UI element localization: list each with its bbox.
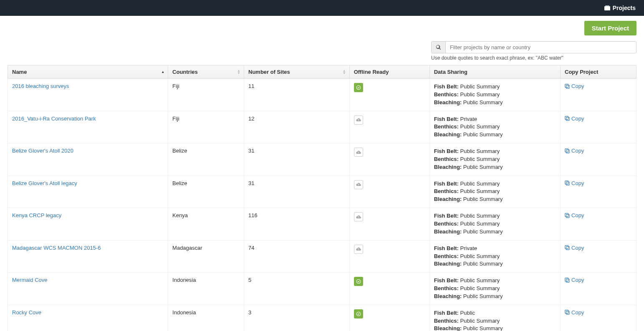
copy-icon (565, 84, 570, 89)
copy-label: Copy (571, 212, 584, 218)
offline-ready-off-badge[interactable] (354, 245, 363, 254)
bleaching-label: Bleaching: (434, 228, 462, 235)
offline-ready-on-badge[interactable] (354, 309, 363, 318)
fish-belt-label: Fish Belt: (434, 213, 459, 219)
bleaching-value: Public Summary (463, 164, 503, 170)
svg-rect-10 (565, 181, 568, 184)
copy-icon (565, 213, 570, 218)
nav-projects[interactable]: Projects (604, 5, 636, 11)
table-row: Mermaid CoveIndonesia5Fish Belt: Public … (8, 273, 636, 305)
table-row: 2016 bleaching surveysFiji11Fish Belt: P… (8, 79, 636, 111)
copy-project-link[interactable]: Copy (565, 277, 584, 283)
bleaching-value: Public Summary (463, 228, 503, 235)
table-row: Belize Glover's Atoll legacyBelize31Fish… (8, 176, 636, 208)
col-header-sites[interactable]: Number of Sites ▲▼ (244, 65, 350, 79)
benthics-value: Public Summary (460, 221, 500, 227)
svg-rect-7 (566, 150, 569, 153)
fish-belt-label: Fish Belt: (434, 181, 459, 187)
benthics-label: Benthics: (434, 221, 459, 227)
cell-sites: 31 (244, 176, 350, 208)
copy-label: Copy (571, 180, 584, 186)
table-row: Kenya CRCP legacyKenya116Fish Belt: Publ… (8, 208, 636, 241)
search-hint: Use double quotes to search exact phrase… (431, 55, 636, 61)
copy-project-link[interactable]: Copy (565, 309, 584, 316)
project-link[interactable]: Rocky Cove (12, 309, 41, 316)
start-project-button[interactable]: Start Project (584, 21, 636, 35)
copy-project-link[interactable]: Copy (565, 148, 584, 154)
svg-rect-19 (566, 311, 569, 315)
search-input[interactable] (446, 42, 636, 53)
col-header-countries[interactable]: Countries ▲▼ (168, 65, 244, 79)
cell-data-sharing: Fish Belt: Public SummaryBenthics: Publi… (429, 208, 560, 241)
bleaching-value: Public Summary (463, 293, 503, 299)
copy-project-link[interactable]: Copy (565, 245, 584, 251)
bleaching-label: Bleaching: (434, 164, 462, 170)
project-link[interactable]: Kenya CRCP legacy (12, 212, 61, 218)
benthics-value: Public Summary (460, 188, 500, 194)
bleaching-value: Public Summary (463, 196, 503, 202)
copy-label: Copy (571, 83, 584, 89)
cards-icon (604, 5, 610, 10)
cell-sites: 12 (244, 111, 350, 143)
copy-project-link[interactable]: Copy (565, 115, 584, 122)
copy-project-link[interactable]: Copy (565, 180, 584, 186)
cell-sites: 31 (244, 143, 350, 176)
bleaching-value: Public Summary (463, 99, 503, 105)
offline-ready-on-badge[interactable] (354, 277, 363, 286)
bleaching-label: Bleaching: (434, 325, 462, 331)
copy-project-link[interactable]: Copy (565, 212, 584, 218)
fish-belt-value: Public Summary (460, 148, 500, 154)
offline-ready-on-badge[interactable] (354, 83, 363, 92)
offline-ready-off-badge[interactable] (354, 148, 363, 157)
svg-rect-14 (565, 246, 568, 249)
cell-sites: 116 (244, 208, 350, 241)
project-link[interactable]: 2016_Vatu-i-Ra Conservation Park (12, 115, 96, 122)
fish-belt-label: Fish Belt: (434, 310, 459, 316)
offline-ready-off-badge[interactable] (354, 212, 363, 221)
fish-belt-label: Fish Belt: (434, 83, 459, 90)
cloud-download-icon (356, 247, 361, 251)
copy-project-link[interactable]: Copy (565, 83, 584, 89)
table-row: Belize Glover's Atoll 2020Belize31Fish B… (8, 143, 636, 176)
col-header-offline[interactable]: Offline Ready (349, 65, 429, 79)
svg-rect-8 (565, 148, 568, 152)
offline-ready-off-badge[interactable] (354, 180, 363, 189)
cell-data-sharing: Fish Belt: Public SummaryBenthics: Publi… (429, 79, 560, 111)
actions-row: Start Project (8, 21, 636, 35)
svg-rect-16 (566, 279, 569, 282)
projects-table: Name ▲ Countries ▲▼ Number of Sites ▲▼ O… (8, 65, 636, 331)
filter-row: Use double quotes to search exact phrase… (8, 41, 636, 61)
fish-belt-value: Private (460, 116, 477, 122)
fish-belt-label: Fish Belt: (434, 148, 459, 154)
project-link[interactable]: Mermaid Cove (12, 277, 48, 283)
svg-rect-20 (565, 310, 568, 313)
benthics-label: Benthics: (434, 123, 459, 130)
cloud-download-icon (356, 215, 361, 219)
offline-ready-off-badge[interactable] (354, 115, 363, 125)
copy-icon (565, 310, 570, 315)
project-link[interactable]: Madagascar WCS MACMON 2015-6 (12, 245, 101, 251)
benthics-value: Public Summary (460, 123, 500, 130)
svg-rect-9 (566, 182, 569, 186)
cell-countries: Indonesia (168, 273, 244, 305)
benthics-label: Benthics: (434, 156, 459, 162)
svg-rect-0 (604, 6, 610, 10)
col-header-name[interactable]: Name ▲ (8, 65, 168, 79)
bleaching-value: Public Summary (463, 325, 503, 331)
svg-rect-12 (565, 213, 568, 216)
table-header-row: Name ▲ Countries ▲▼ Number of Sites ▲▼ O… (8, 65, 636, 79)
project-link[interactable]: Belize Glover's Atoll 2020 (12, 148, 73, 154)
copy-label: Copy (571, 148, 584, 154)
cell-countries: Fiji (168, 111, 244, 143)
svg-rect-5 (566, 117, 569, 120)
cell-data-sharing: Fish Belt: PublicBenthics: Public Summar… (429, 305, 560, 331)
project-link[interactable]: Belize Glover's Atoll legacy (12, 180, 77, 186)
col-header-sharing[interactable]: Data Sharing (429, 65, 560, 79)
cell-countries: Fiji (168, 79, 244, 111)
benthics-label: Benthics: (434, 91, 459, 98)
project-link[interactable]: 2016 bleaching surveys (12, 83, 69, 89)
col-header-copy[interactable]: Copy Project (561, 65, 636, 79)
benthics-label: Benthics: (434, 253, 459, 259)
cell-data-sharing: Fish Belt: Public SummaryBenthics: Publi… (429, 143, 560, 176)
cell-sites: 74 (244, 240, 350, 273)
